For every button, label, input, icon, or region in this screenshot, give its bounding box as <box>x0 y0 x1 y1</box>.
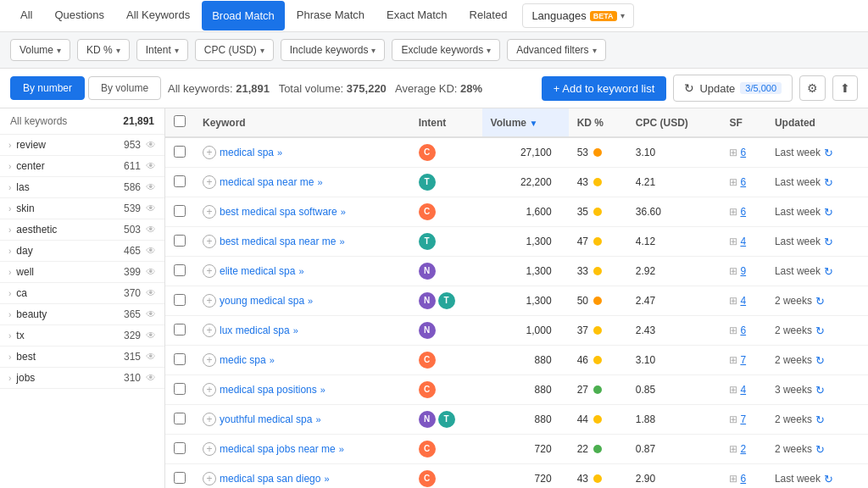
add-keyword-icon[interactable]: + <box>203 264 216 278</box>
sidebar-eye-icon[interactable]: 👁 <box>146 266 156 278</box>
kd-filter[interactable]: KD % ▾ <box>77 39 130 61</box>
keyword-link[interactable]: + youthful medical spa » <box>203 413 402 426</box>
tab-phrase-match[interactable]: Phrase Match <box>287 0 375 31</box>
add-keyword-icon[interactable]: + <box>203 146 216 159</box>
sidebar-eye-icon[interactable]: 👁 <box>146 139 156 151</box>
row-checkbox[interactable] <box>174 264 186 276</box>
keyword-link[interactable]: + medical spa san diego » <box>203 472 402 485</box>
row-refresh-icon[interactable]: ↻ <box>824 176 833 189</box>
sf-count-link[interactable]: 7 <box>740 354 746 366</box>
keyword-link[interactable]: + medical spa jobs near me » <box>203 442 402 456</box>
cpc-column-header[interactable]: CPC (USD) <box>627 108 721 137</box>
add-keyword-icon[interactable]: + <box>203 294 216 308</box>
keyword-link[interactable]: + medical spa near me » <box>203 175 402 189</box>
by-volume-btn[interactable]: By volume <box>88 76 161 100</box>
sidebar-item-jobs[interactable]: › jobs 310 👁 <box>0 368 164 389</box>
sidebar-eye-icon[interactable]: 👁 <box>146 160 156 172</box>
row-checkbox[interactable] <box>174 146 186 158</box>
export-icon-button[interactable]: ⬆ <box>832 75 858 101</box>
sidebar-item-center[interactable]: › center 611 👁 <box>0 156 164 177</box>
sf-count-link[interactable]: 6 <box>740 206 746 218</box>
tab-all[interactable]: All <box>10 0 42 31</box>
sidebar-eye-icon[interactable]: 👁 <box>146 308 156 320</box>
sf-count-link[interactable]: 4 <box>740 384 746 396</box>
exclude-filter[interactable]: Exclude keywords ▾ <box>392 39 500 61</box>
keyword-link[interactable]: + medical spa » <box>203 146 402 159</box>
add-keyword-icon[interactable]: + <box>203 235 216 248</box>
sf-count-link[interactable]: 6 <box>740 176 746 188</box>
include-filter[interactable]: Include keywords ▾ <box>281 39 386 61</box>
sidebar-eye-icon[interactable]: 👁 <box>146 224 156 236</box>
row-checkbox[interactable] <box>174 472 186 484</box>
row-checkbox[interactable] <box>174 205 186 217</box>
sidebar-eye-icon[interactable]: 👁 <box>146 372 156 384</box>
tab-broad-match[interactable]: Broad Match <box>202 1 285 30</box>
sidebar-eye-icon[interactable]: 👁 <box>146 330 156 341</box>
row-refresh-icon[interactable]: ↻ <box>815 324 825 337</box>
sidebar-item-day[interactable]: › day 465 👁 <box>0 241 164 262</box>
add-to-keyword-list-button[interactable]: + Add to keyword list <box>542 76 667 101</box>
sf-count-link[interactable]: 4 <box>740 295 746 307</box>
settings-icon-button[interactable]: ⚙ <box>799 75 826 101</box>
sidebar-item-review[interactable]: › review 953 👁 <box>0 135 164 156</box>
row-checkbox[interactable] <box>174 294 186 306</box>
row-refresh-icon[interactable]: ↻ <box>824 473 833 485</box>
row-refresh-icon[interactable]: ↻ <box>815 413 825 426</box>
row-refresh-icon[interactable]: ↻ <box>815 295 825 308</box>
add-keyword-icon[interactable]: + <box>203 472 216 485</box>
add-keyword-icon[interactable]: + <box>203 324 216 337</box>
sidebar-item-skin[interactable]: › skin 539 👁 <box>0 198 164 219</box>
row-refresh-icon[interactable]: ↻ <box>824 265 833 278</box>
updated-column-header[interactable]: Updated <box>766 108 868 137</box>
volume-filter[interactable]: Volume ▾ <box>10 39 70 61</box>
row-checkbox[interactable] <box>174 175 186 187</box>
row-refresh-icon[interactable]: ↻ <box>824 236 833 248</box>
sf-column-header[interactable]: SF <box>721 108 766 137</box>
sf-count-link[interactable]: 9 <box>740 265 746 277</box>
sidebar-eye-icon[interactable]: 👁 <box>146 245 156 257</box>
keyword-link[interactable]: + elite medical spa » <box>203 264 402 278</box>
add-keyword-icon[interactable]: + <box>203 442 216 456</box>
row-checkbox[interactable] <box>174 324 186 336</box>
keyword-link[interactable]: + lux medical spa » <box>203 324 402 337</box>
sf-count-link[interactable]: 4 <box>740 236 746 247</box>
volume-column-header[interactable]: Volume ▼ <box>482 108 569 137</box>
sidebar-item-las[interactable]: › las 586 👁 <box>0 177 164 198</box>
add-keyword-icon[interactable]: + <box>203 353 216 367</box>
row-refresh-icon[interactable]: ↻ <box>824 147 833 159</box>
sidebar-item-tx[interactable]: › tx 329 👁 <box>0 325 164 347</box>
tab-exact-match[interactable]: Exact Match <box>376 0 458 31</box>
keyword-link[interactable]: + medic spa » <box>203 353 402 367</box>
keyword-column-header[interactable]: Keyword <box>194 108 410 137</box>
sidebar-eye-icon[interactable]: 👁 <box>146 351 156 363</box>
tab-all-keywords[interactable]: All Keywords <box>116 0 200 31</box>
sidebar-eye-icon[interactable]: 👁 <box>146 181 156 193</box>
row-refresh-icon[interactable]: ↻ <box>824 206 833 219</box>
sf-count-link[interactable]: 2 <box>740 443 746 455</box>
sf-count-link[interactable]: 6 <box>740 324 746 336</box>
add-keyword-icon[interactable]: + <box>203 383 216 396</box>
sf-count-link[interactable]: 6 <box>740 473 746 485</box>
sidebar-eye-icon[interactable]: 👁 <box>146 202 156 214</box>
kd-column-header[interactable]: KD % <box>569 108 627 137</box>
update-button[interactable]: ↻ Update 3/5,000 <box>673 75 793 102</box>
row-checkbox[interactable] <box>174 413 186 424</box>
intent-filter[interactable]: Intent ▾ <box>136 39 188 61</box>
row-refresh-icon[interactable]: ↻ <box>815 384 825 396</box>
keyword-link[interactable]: + best medical spa software » <box>203 205 402 219</box>
sidebar-item-aesthetic[interactable]: › aesthetic 503 👁 <box>0 219 164 241</box>
advanced-filter[interactable]: Advanced filters ▾ <box>507 39 605 61</box>
sf-count-link[interactable]: 6 <box>740 147 746 158</box>
sidebar-item-beauty[interactable]: › beauty 365 👁 <box>0 304 164 325</box>
row-checkbox[interactable] <box>174 442 186 454</box>
add-keyword-icon[interactable]: + <box>203 205 216 219</box>
intent-column-header[interactable]: Intent <box>410 108 482 137</box>
sidebar-eye-icon[interactable]: 👁 <box>146 287 156 299</box>
row-refresh-icon[interactable]: ↻ <box>815 354 825 367</box>
add-keyword-icon[interactable]: + <box>203 413 216 426</box>
row-checkbox[interactable] <box>174 383 186 395</box>
cpc-filter[interactable]: CPC (USD) ▾ <box>195 39 274 61</box>
row-refresh-icon[interactable]: ↻ <box>815 443 825 456</box>
keyword-link[interactable]: + young medical spa » <box>203 294 402 308</box>
languages-tab[interactable]: Languages BETA ▾ <box>522 3 633 28</box>
